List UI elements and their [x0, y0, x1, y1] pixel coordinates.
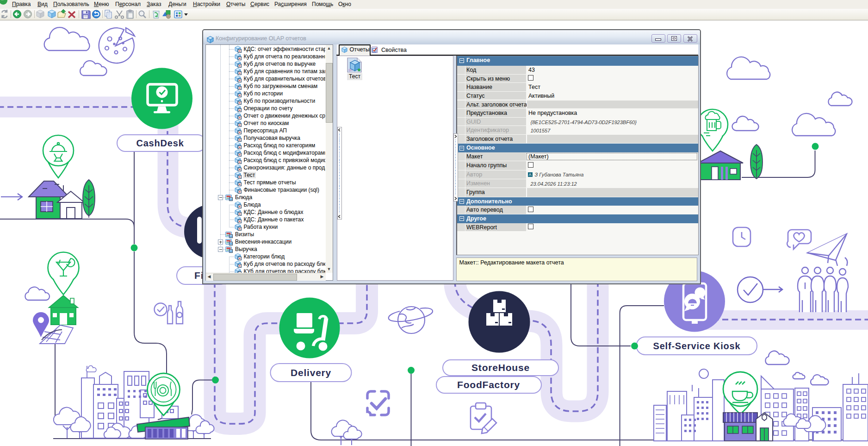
svg-text:Delivery: Delivery [291, 367, 331, 378]
svg-text:FoodFactory: FoodFactory [457, 379, 520, 390]
svg-text:CashDesk: CashDesk [136, 138, 184, 148]
svg-text:StoreHouse: StoreHouse [471, 362, 530, 373]
svg-text:Self-Service Kiosk: Self-Service Kiosk [653, 341, 741, 351]
